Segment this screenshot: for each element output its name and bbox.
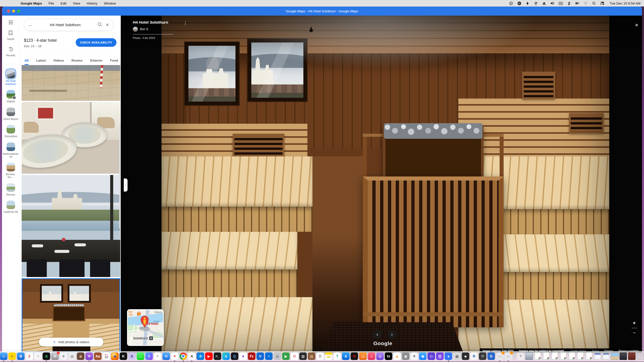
dock-icon-camera-app[interactable]: ●	[445, 352, 452, 360]
dock-icon-books[interactable]: ❏	[359, 352, 367, 360]
spotlight-search-icon[interactable]	[592, 1, 596, 5]
dock-icon-r-project[interactable]: R	[470, 352, 478, 360]
dock-icon-toolbox[interactable]: ⚒	[479, 352, 487, 360]
dock-icon-minimized-chrome-page-1[interactable]	[534, 352, 542, 360]
dock-icon-filezilla[interactable]: Fz	[248, 352, 256, 360]
dock-icon-voice-memos[interactable]: |||	[436, 352, 444, 360]
progress-circle-icon[interactable]	[509, 1, 513, 5]
menubar-clock[interactable]: Tue Dec 10 8:54 AM	[610, 2, 640, 5]
menubar-menu-edit[interactable]: Edit	[61, 2, 66, 5]
dock-icon-bluetooth-app[interactable]: B	[17, 352, 25, 360]
minimize-window-button[interactable]	[12, 10, 15, 13]
audio-app-icon[interactable]	[517, 1, 521, 5]
rail-place-northumberland[interactable]: Northumberland	[3, 143, 19, 158]
dock-icon-photos[interactable]: ✿	[291, 352, 298, 360]
dock-icon-minimized-chrome-page-3[interactable]	[551, 352, 559, 360]
menubar-menu-window[interactable]: Window	[104, 2, 116, 5]
dock-icon-messenger[interactable]: ϟ	[145, 352, 153, 360]
dock-icon-edge[interactable]: e	[222, 352, 230, 360]
control-center-icon[interactable]	[600, 1, 604, 5]
dock-icon-minimized-pic-interior[interactable]	[628, 352, 636, 360]
dock-icon-minimized-chrome-page-6[interactable]	[577, 352, 584, 360]
tab-videos[interactable]: Videos	[53, 56, 64, 65]
check-availability-button[interactable]: CHECK AVAILABILITY	[76, 38, 116, 47]
dock-icon-calendar[interactable]: DEC10	[103, 352, 110, 360]
dock-icon-printer-center[interactable]: ▦	[453, 352, 461, 360]
dock-icon-safari[interactable]: ✦	[197, 352, 204, 360]
dock-icon-minimized-chrome-page-5[interactable]	[568, 352, 576, 360]
tab-all[interactable]: All	[24, 56, 29, 65]
zoom-window-button[interactable]	[17, 10, 20, 13]
more-options-kebab-icon[interactable]: ⋮	[183, 21, 187, 26]
rail-place-bormes-les[interactable]: Bormes-les-...	[3, 163, 19, 179]
usb-icon[interactable]	[534, 1, 538, 5]
mini-map[interactable]: Ritterq Aare Barnge H4 Hotel	[127, 309, 164, 346]
photo-thumbnail-spa-jacuzzi[interactable]	[22, 102, 120, 174]
wifi-icon[interactable]	[584, 1, 588, 5]
panel-scrollbar[interactable]	[119, 123, 120, 229]
dock-icon-wig-app[interactable]: ◉	[77, 352, 85, 360]
menu-hamburger-icon[interactable]	[9, 21, 13, 24]
clear-search-icon[interactable]: ✕	[106, 22, 109, 28]
rail-place-oxfordshire[interactable]: Oxfordshire	[3, 125, 19, 138]
search-box[interactable]: ← H4 Hotel Solothurn ✕	[24, 19, 113, 31]
dock-icon-zite[interactable]: Z	[26, 352, 33, 360]
search-input[interactable]: H4 Hotel Solothurn	[36, 23, 94, 27]
shazam-icon[interactable]	[526, 1, 530, 5]
bar-poi-icon[interactable]	[137, 311, 141, 316]
author-name[interactable]: Ben S.	[140, 27, 149, 31]
dock-icon-xquartz[interactable]: ✕	[411, 352, 418, 360]
author-avatar[interactable]	[133, 27, 138, 32]
dock-icon-contacts[interactable]: ▤	[308, 352, 315, 360]
dock-icon-terminal[interactable]: >_	[214, 352, 221, 360]
dock-icon-music[interactable]: ♫	[368, 352, 375, 360]
input-source-icon[interactable]	[559, 1, 563, 5]
tab-latest[interactable]: Latest	[36, 56, 46, 65]
rail-place-rennes[interactable]: Rennes	[3, 183, 19, 196]
dock-icon-finder[interactable]: ☺	[0, 352, 8, 360]
next-photo-button[interactable]: ›	[387, 330, 396, 339]
dock-icon-dvd-player[interactable]: ◎	[274, 352, 281, 360]
dock-icon-minimized-chrome-page-7[interactable]	[585, 352, 593, 360]
volume-icon[interactable]	[550, 1, 554, 5]
menubar-menu-view[interactable]: View	[73, 2, 80, 5]
zoom-out-button[interactable]: −	[633, 330, 636, 336]
close-viewer-button[interactable]: ✕	[635, 23, 638, 28]
dock-icon-archive-1[interactable]: ▭	[496, 352, 504, 360]
rail-place-zurich-airport[interactable]: Zurich Airport	[3, 108, 19, 121]
tab-exterior[interactable]: Exterior	[90, 56, 102, 65]
dock-icon-app-store[interactable]: A	[342, 352, 350, 360]
dock-icon-minimized-pic-beach[interactable]	[611, 352, 619, 360]
dock-icon-mail[interactable]: ✉	[163, 352, 170, 360]
rail-place-virginia[interactable]: 2Virginia	[3, 90, 19, 103]
collapse-panel-handle[interactable]: ‹	[124, 178, 128, 192]
photo-thumbnail-restaurant-view[interactable]	[22, 175, 120, 277]
dock-icon-bookerly[interactable]: B	[128, 352, 136, 360]
dock-icon-youtube[interactable]: ▶	[205, 352, 213, 360]
dock-icon-minimized-chrome-page-4[interactable]	[560, 352, 567, 360]
dock-icon-black-utility[interactable]: ◆	[462, 352, 469, 360]
tab-food[interactable]: Food	[110, 56, 118, 65]
dock-icon-system-settings[interactable]: ⚙1	[51, 352, 59, 360]
dock-icon-minimized-pic-person[interactable]	[620, 352, 627, 360]
dock-icon-messages[interactable]: …	[137, 352, 144, 360]
window-titlebar[interactable]: Google Maps - H4 Hotel Solothurn - Googl…	[2, 7, 642, 16]
dock-icon-minimized-window-1[interactable]	[594, 352, 601, 360]
dock-icon-star-app[interactable]: ★	[239, 352, 247, 360]
dock-icon-font-book[interactable]: A	[188, 352, 196, 360]
dock-icon-quicktime[interactable]: Q	[231, 352, 238, 360]
dock-icon-speedtest[interactable]: ◔	[34, 352, 42, 360]
add-photos-videos-button[interactable]: + Add photos & videos	[39, 338, 103, 346]
dock-icon-apple-tv[interactable]: tv	[385, 352, 392, 360]
back-arrow-icon[interactable]: ←	[28, 22, 33, 28]
dock-icon-trash[interactable]	[637, 352, 644, 360]
dock-icon-transit[interactable]: T	[334, 352, 341, 360]
zoom-in-button[interactable]: +	[633, 320, 636, 326]
dock-icon-garageband[interactable]: ▥	[299, 352, 307, 360]
dock-icon-audio-levels[interactable]: ≋	[43, 352, 50, 360]
menubar-app-name[interactable]: Google Maps	[21, 2, 42, 5]
eject-icon[interactable]	[542, 1, 546, 5]
dock-icon-openoffice[interactable]: ~	[265, 352, 273, 360]
dock-icon-facetime[interactable]: ◉	[419, 352, 427, 360]
dock-icon-reminders[interactable]: ☰	[316, 352, 324, 360]
